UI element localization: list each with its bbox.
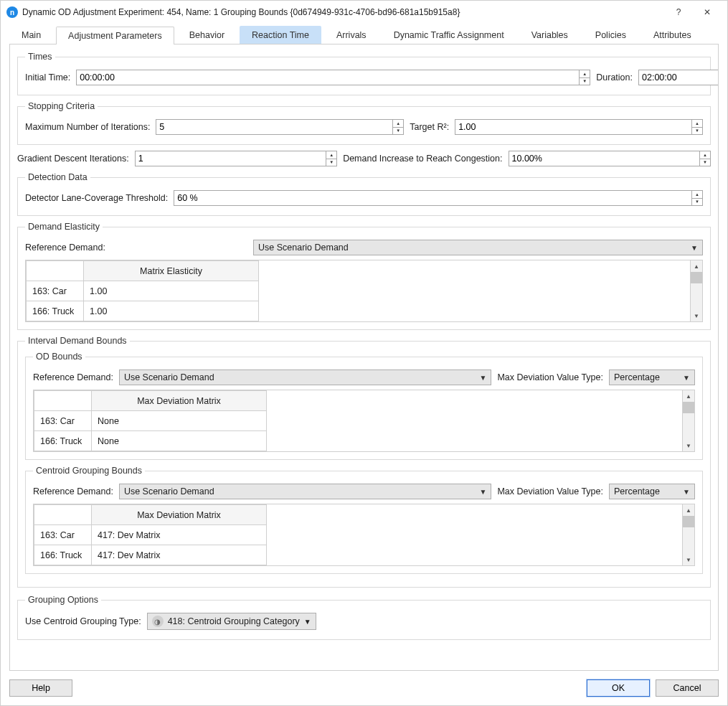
- elasticity-ref-value: Use Scenario Demand: [258, 243, 349, 253]
- vertical-scrollbar[interactable]: ▲▼: [682, 504, 694, 565]
- app-icon: n: [6, 6, 18, 18]
- use-centroid-grouping-value: 418: Centroid Grouping Category: [168, 616, 300, 626]
- row-header: 163: Car: [34, 411, 92, 431]
- gdi-spinner[interactable]: ▲▼: [326, 151, 337, 166]
- cancel-button[interactable]: Cancel: [656, 679, 719, 697]
- table-row: 163: Car417: Dev Matrix: [34, 525, 267, 545]
- od-maxdev-type-dropdown[interactable]: Percentage ▼: [609, 370, 695, 385]
- help-question-icon[interactable]: ?: [664, 3, 693, 22]
- dirc-input[interactable]: [509, 151, 700, 166]
- detector-threshold-input[interactable]: [174, 190, 691, 206]
- fieldset-times: Times Initial Time: ▲▼ Duration: ▲▼: [17, 52, 711, 95]
- target-r2-spinner[interactable]: ▲▼: [691, 119, 703, 135]
- target-r2-input[interactable]: [455, 119, 691, 135]
- fieldset-demand-elasticity: Demand Elasticity Reference Demand: Use …: [17, 222, 711, 330]
- titlebar: n Dynamic OD Adjustment Experiment: 454,…: [1, 1, 727, 24]
- tab-adjustment-parameters[interactable]: Adjustment Parameters: [56, 27, 174, 44]
- fieldset-stopping-criteria: Stopping Criteria Maximum Number of Iter…: [17, 101, 711, 145]
- max-iter-input[interactable]: [156, 119, 392, 135]
- cell-value[interactable]: None: [92, 431, 267, 451]
- tab-content: Times Initial Time: ▲▼ Duration: ▲▼ Stop…: [9, 44, 719, 671]
- table-row: 163: CarNone: [34, 411, 267, 431]
- legend-stopping: Stopping Criteria: [25, 101, 98, 111]
- target-r2-label: Target R²:: [410, 122, 449, 132]
- tab-policies[interactable]: Policies: [583, 26, 638, 44]
- od-ref-dropdown[interactable]: Use Scenario Demand ▼: [119, 370, 492, 385]
- fieldset-centroid-grouping-bounds: Centroid Grouping Bounds Reference Deman…: [25, 466, 703, 574]
- cell-value[interactable]: None: [92, 411, 267, 431]
- duration-input[interactable]: [638, 70, 719, 85]
- row-header: 166: Truck: [34, 431, 92, 451]
- max-iter-spinner[interactable]: ▲▼: [392, 119, 404, 135]
- fieldset-interval-demand-bounds: Interval Demand Bounds OD Bounds Referen…: [17, 336, 711, 588]
- table-row: 166: Truck1.00: [27, 301, 259, 321]
- cg-ref-value: Use Scenario Demand: [124, 486, 214, 496]
- dialog-footer: Help OK Cancel: [1, 675, 727, 705]
- use-centroid-grouping-dropdown[interactable]: ◑ 418: Centroid Grouping Category ▼: [147, 613, 316, 630]
- tab-arrivals[interactable]: Arrivals: [324, 26, 379, 44]
- elasticity-table: Matrix Elasticity 163: Car1.00 166: Truc…: [26, 260, 259, 321]
- dirc-spinner[interactable]: ▲▼: [699, 151, 711, 166]
- initial-time-label: Initial Time:: [25, 72, 70, 83]
- elasticity-ref-label: Reference Demand:: [25, 243, 247, 253]
- help-button[interactable]: Help: [9, 679, 72, 697]
- tab-variables[interactable]: Variables: [519, 26, 580, 44]
- tab-reaction-time[interactable]: Reaction Time: [240, 26, 321, 44]
- tab-main[interactable]: Main: [9, 26, 53, 44]
- gdi-input[interactable]: [135, 151, 326, 166]
- max-iter-label: Maximum Number of Iterations:: [25, 122, 150, 132]
- cell-value[interactable]: 1.00: [84, 301, 259, 321]
- legend-od-bounds: OD Bounds: [33, 352, 85, 362]
- chevron-down-icon: ▼: [480, 374, 487, 382]
- chevron-down-icon: ▼: [683, 374, 690, 382]
- cg-maxdev-type-dropdown[interactable]: Percentage ▼: [609, 484, 695, 499]
- tab-behavior[interactable]: Behavior: [177, 26, 237, 44]
- row-header: 163: Car: [34, 525, 92, 545]
- cg-ref-dropdown[interactable]: Use Scenario Demand ▼: [119, 484, 492, 499]
- table-corner: [27, 261, 84, 281]
- use-centroid-grouping-label: Use Centroid Grouping Type:: [25, 616, 141, 626]
- legend-elasticity: Demand Elasticity: [25, 222, 103, 232]
- cell-value[interactable]: 417: Dev Matrix: [92, 545, 267, 565]
- table-row: 166: Truck417: Dev Matrix: [34, 545, 267, 565]
- detector-threshold-spinner[interactable]: ▲▼: [691, 190, 703, 206]
- legend-detection: Detection Data: [25, 172, 90, 182]
- elasticity-ref-dropdown[interactable]: Use Scenario Demand ▼: [253, 240, 703, 255]
- od-table-wrap: Max Deviation Matrix 163: CarNone 166: T…: [33, 390, 695, 452]
- cell-value[interactable]: 1.00: [84, 281, 259, 301]
- close-icon[interactable]: ✕: [693, 3, 722, 22]
- detector-threshold-label: Detector Lane-Coverage Threshold:: [25, 193, 168, 203]
- tab-attributes[interactable]: Attributes: [641, 26, 704, 44]
- tab-dynamic-traffic-assignment[interactable]: Dynamic Traffic Assignment: [382, 26, 516, 44]
- od-table: Max Deviation Matrix 163: CarNone 166: T…: [34, 390, 267, 451]
- cell-value[interactable]: 417: Dev Matrix: [92, 525, 267, 545]
- initial-time-input[interactable]: [76, 70, 579, 85]
- legend-interval: Interval Demand Bounds: [25, 336, 130, 346]
- chevron-down-icon: ▼: [683, 488, 690, 496]
- chevron-down-icon: ▼: [304, 618, 311, 626]
- row-header: 163: Car: [27, 281, 84, 301]
- row-header: 166: Truck: [27, 301, 84, 321]
- legend-grouping: Grouping Options: [25, 595, 101, 605]
- table-corner: [34, 391, 92, 411]
- row-header: 166: Truck: [34, 545, 92, 565]
- cg-ref-label: Reference Demand:: [33, 486, 113, 496]
- vertical-scrollbar[interactable]: ▲▼: [682, 390, 694, 451]
- duration-label: Duration:: [596, 72, 633, 83]
- category-icon: ◑: [152, 616, 164, 627]
- chevron-down-icon: ▼: [691, 244, 698, 252]
- od-maxdev-type-value: Percentage: [614, 372, 660, 382]
- tab-bar: Main Adjustment Parameters Behavior Reac…: [1, 26, 727, 44]
- elasticity-col-header: Matrix Elasticity: [84, 261, 259, 281]
- fieldset-grouping-options: Grouping Options Use Centroid Grouping T…: [17, 595, 711, 640]
- initial-time-spinner[interactable]: ▲▼: [579, 70, 590, 85]
- cg-table-wrap: Max Deviation Matrix 163: Car417: Dev Ma…: [33, 504, 695, 566]
- ok-button[interactable]: OK: [587, 679, 650, 697]
- od-ref-label: Reference Demand:: [33, 372, 113, 382]
- od-ref-value: Use Scenario Demand: [124, 372, 214, 382]
- dialog-window: n Dynamic OD Adjustment Experiment: 454,…: [0, 0, 728, 706]
- chevron-down-icon: ▼: [480, 488, 487, 496]
- cg-table: Max Deviation Matrix 163: Car417: Dev Ma…: [34, 504, 267, 565]
- vertical-scrollbar[interactable]: ▲▼: [690, 260, 702, 321]
- dirc-label: Demand Increase to Reach Congestion:: [343, 154, 502, 164]
